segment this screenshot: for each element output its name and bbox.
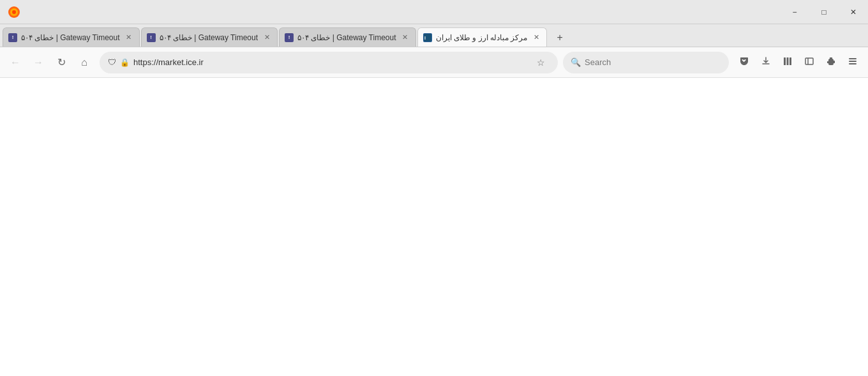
library-button[interactable] — [777, 52, 798, 73]
tab-1-close[interactable]: ✕ — [124, 33, 134, 43]
close-button[interactable]: ✕ — [839, 0, 868, 24]
back-icon: ← — [10, 57, 20, 68]
reload-button[interactable]: ↻ — [51, 52, 71, 73]
svg-rect-7 — [789, 57, 791, 65]
lock-icon: 🔒 — [120, 58, 130, 67]
extensions-icon — [826, 56, 836, 69]
search-bar: 🔍 — [563, 52, 729, 73]
tab-4-close[interactable]: ✕ — [531, 33, 541, 43]
tab-3-title: Gateway Timeout | خطای ۵۰۴ — [297, 33, 396, 42]
search-input[interactable] — [585, 57, 721, 67]
nav-right-icons — [734, 52, 863, 73]
page-content — [0, 78, 868, 376]
svg-rect-8 — [805, 58, 813, 64]
hamburger-icon — [848, 56, 858, 69]
search-icon: 🔍 — [571, 57, 581, 67]
back-button[interactable]: ← — [5, 52, 26, 73]
window-controls: − □ ✕ — [780, 0, 868, 24]
tabs-bar: ! Gateway Timeout | خطای ۵۰۴ ✕ ! Gateway… — [0, 24, 868, 47]
svg-rect-11 — [849, 61, 857, 62]
home-icon: ⌂ — [81, 57, 87, 68]
svg-rect-5 — [784, 57, 786, 65]
downloads-button[interactable] — [756, 52, 776, 73]
minimize-button[interactable]: − — [780, 0, 809, 24]
browser-window: − □ ✕ ! Gateway Timeout | خطای ۵۰۴ ✕ ! G… — [0, 0, 868, 376]
sidebar-icon — [804, 56, 814, 69]
menu-button[interactable] — [842, 52, 863, 73]
downloads-icon — [761, 56, 771, 69]
svg-point-2 — [12, 10, 16, 14]
tab-4-title: مرکز مبادله ارز و طلای ایران — [436, 33, 528, 42]
forward-button[interactable]: → — [28, 52, 49, 73]
bookmark-icon: ☆ — [537, 57, 545, 68]
tab-1-favicon: ! — [8, 33, 17, 42]
svg-rect-12 — [849, 63, 857, 64]
tab-4[interactable]: I مرکز مبادله ارز و طلای ایران ✕ — [417, 27, 548, 47]
firefox-logo — [3, 1, 26, 24]
tab-3[interactable]: ! Gateway Timeout | خطای ۵۰۴ ✕ — [279, 27, 416, 47]
bookmark-button[interactable]: ☆ — [532, 54, 550, 71]
extensions-button[interactable] — [821, 52, 841, 73]
tab-4-favicon: I — [423, 33, 432, 42]
tracking-protection-icon: 🛡 — [108, 57, 116, 67]
svg-rect-10 — [849, 58, 857, 59]
tab-3-favicon: ! — [285, 33, 294, 42]
nav-bar: ← → ↻ ⌂ 🛡 🔒 ☆ 🔍 — [0, 47, 868, 78]
url-bar: 🛡 🔒 ☆ — [100, 52, 558, 73]
svg-text:I: I — [424, 36, 426, 40]
pocket-button[interactable] — [734, 52, 754, 73]
reload-icon: ↻ — [57, 56, 66, 68]
home-button[interactable]: ⌂ — [74, 52, 94, 73]
new-tab-button[interactable]: + — [551, 29, 569, 47]
tab-2-close[interactable]: ✕ — [262, 33, 272, 43]
tab-3-close[interactable]: ✕ — [400, 33, 410, 43]
sidebar-button[interactable] — [799, 52, 819, 73]
tab-1[interactable]: ! Gateway Timeout | خطای ۵۰۴ ✕ — [3, 27, 140, 47]
tab-2-favicon: ! — [147, 33, 156, 42]
maximize-button[interactable]: □ — [809, 0, 839, 24]
tab-2-title: Gateway Timeout | خطای ۵۰۴ — [160, 33, 258, 42]
library-icon — [782, 56, 793, 69]
pocket-icon — [739, 56, 749, 69]
svg-rect-6 — [787, 57, 789, 65]
tab-1-title: Gateway Timeout | خطای ۵۰۴ — [21, 33, 120, 42]
title-bar: − □ ✕ — [0, 0, 868, 24]
url-input[interactable] — [133, 57, 528, 67]
forward-icon: → — [33, 57, 43, 68]
tab-2[interactable]: ! Gateway Timeout | خطای ۵۰۴ ✕ — [141, 27, 278, 47]
